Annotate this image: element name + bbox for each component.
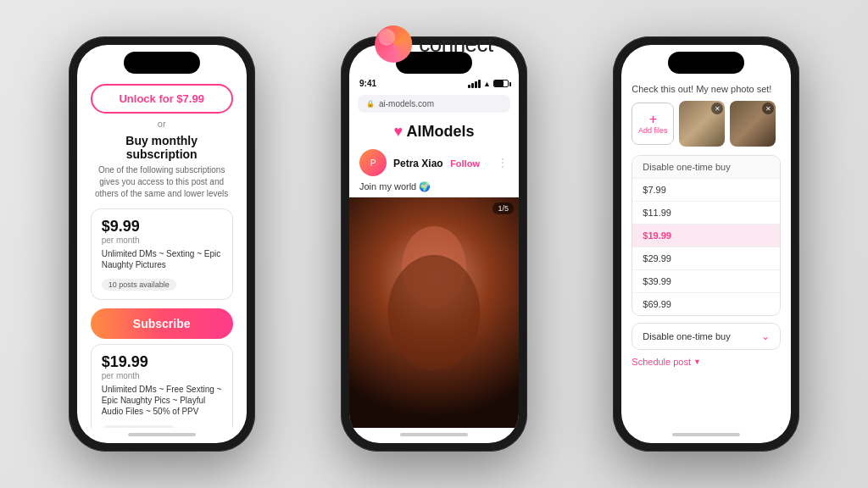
post-image-figure (349, 197, 519, 428)
price-option-6999[interactable]: $69.99 (632, 293, 780, 315)
schedule-post-label: Schedule post (632, 357, 691, 367)
check-text: Check this out! My new photo set! (632, 84, 781, 94)
plan-box-1: $9.99 per month Unlimited DMs ~ Sexting … (91, 208, 233, 300)
url-bar[interactable]: 🔒 ai-models.com (358, 95, 510, 113)
chevron-down-icon: ⌄ (761, 330, 770, 342)
plan-box-2: $19.99 per month Unlimited DMs ~ Free Se… (91, 344, 233, 428)
status-icons: ▲ (468, 80, 509, 88)
price-option-3999[interactable]: $39.99 (632, 270, 780, 293)
dynamic-island-left (124, 52, 200, 74)
battery-icon (493, 80, 509, 87)
phone1-content: Unlock for $7.99 or Buy monthly subscrip… (77, 77, 247, 428)
aimodels-header: ♥ AIModels (349, 116, 519, 144)
bio-text: Join my world 🌍 (349, 181, 519, 197)
price-option-2999[interactable]: $29.99 (632, 247, 780, 270)
plan2-period: per month (102, 371, 222, 380)
unlock-button[interactable]: Unlock for $7.99 (91, 84, 233, 114)
home-bar-right (672, 433, 740, 436)
price-option-799[interactable]: $7.99 (632, 179, 780, 202)
add-files-label: Add files (638, 126, 668, 135)
profile-name: Petra Xiao (393, 158, 443, 169)
plus-icon: + (649, 113, 657, 126)
status-time: 9:41 (359, 79, 376, 88)
buy-subscription-title: Buy monthly subscription (91, 134, 233, 161)
dynamic-island-right (668, 52, 744, 74)
photo-thumb-1: ✕ (679, 101, 725, 147)
price-dropdown[interactable]: Disable one-time buy $7.99 $11.99 $19.99… (632, 155, 781, 316)
post-image[interactable]: 1/5 (349, 197, 519, 428)
dynamic-island-center (396, 52, 472, 74)
phone-center: 9:41 ▲ 🔒 ai-models.com (341, 36, 527, 452)
plan1-price: $9.99 (102, 218, 222, 236)
plan1-period: per month (102, 236, 222, 245)
plan1-desc: Unlimited DMs ~ Sexting ~ Epic Naughty P… (102, 248, 222, 270)
price-option-1999[interactable]: $19.99 (632, 225, 780, 247)
plan2-price: $19.99 (102, 353, 222, 371)
photo-row: + Add files ✕ ✕ (632, 101, 781, 147)
phone-left: Unlock for $7.99 or Buy monthly subscrip… (69, 36, 255, 452)
subscription-desc: One of the following subscriptions gives… (91, 164, 233, 200)
aimodels-title: ♥ AIModels (349, 123, 519, 141)
lock-icon: 🔒 (366, 100, 375, 108)
price-option-1199[interactable]: $11.99 (632, 202, 780, 225)
url-text: ai-models.com (379, 99, 434, 108)
select-label: Disable one-time buy (643, 331, 730, 341)
more-icon[interactable]: ⋮ (497, 156, 509, 169)
post-svg (349, 197, 519, 428)
plan1-badge: 10 posts available (102, 279, 176, 291)
home-bar-center (400, 433, 468, 436)
add-files-button[interactable]: + Add files (632, 103, 674, 145)
phone-right: Check this out! My new photo set! + Add … (613, 36, 799, 452)
wifi-icon: ▲ (483, 80, 491, 88)
plan2-badge: 30 posts available (102, 425, 176, 428)
subscribe-button[interactable]: Subscribe (91, 308, 233, 339)
price-option-header: Disable one-time buy (632, 156, 780, 179)
post-counter: 1/5 (492, 202, 514, 214)
heart-icon: ♥ (393, 123, 403, 140)
phone3-content: Check this out! My new photo set! + Add … (621, 77, 791, 428)
home-bar-left (128, 433, 196, 436)
schedule-chevron-icon: ▼ (693, 358, 701, 366)
photo-thumb-2: ✕ (730, 101, 776, 147)
plan2-desc: Unlimited DMs ~ Free Sexting ~ Epic Naug… (102, 384, 222, 417)
follow-button[interactable]: Follow (450, 158, 480, 169)
scene: connect Unlock for $7.99 or Buy monthly … (0, 0, 868, 488)
schedule-post-link[interactable]: Schedule post ▼ (632, 357, 781, 367)
avatar: P (359, 149, 387, 176)
svg-point-2 (388, 255, 481, 370)
disable-onetimebuy-select[interactable]: Disable one-time buy ⌄ (632, 323, 781, 350)
status-bar: 9:41 ▲ (349, 77, 519, 92)
profile-row: P Petra Xiao Follow ⋮ (349, 144, 519, 181)
or-separator: or (91, 119, 233, 129)
